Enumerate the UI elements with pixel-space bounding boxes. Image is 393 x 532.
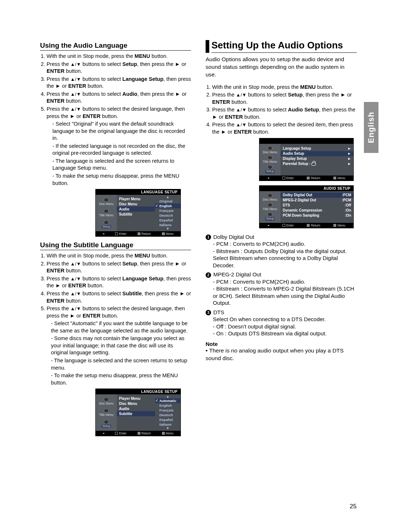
osd-side-icon xyxy=(104,209,109,213)
subtitle-language-steps: With the unit in Stop mode, press the ME… xyxy=(40,252,191,319)
down-triangle-icon: ▼ xyxy=(155,227,180,230)
osd-titlebar: AUDIO SETUP xyxy=(259,186,353,191)
note-heading: Note xyxy=(206,341,357,347)
subtitle-language-heading: Using the Subtitle Language xyxy=(40,241,191,250)
right-arrow-icon: ► xyxy=(70,313,75,319)
osd-option: Italiano xyxy=(155,422,180,427)
right-arrow-icon: ► xyxy=(348,151,351,155)
osd-foot-item: Return xyxy=(138,232,151,236)
osd-side-icon xyxy=(104,397,109,402)
right-arrow-icon: ► xyxy=(221,129,226,135)
right-arrow-icon: ► xyxy=(212,114,217,120)
osd-sidebar: Disc MenuTitle MenuSetup xyxy=(96,394,117,431)
osd-option: Deutsch xyxy=(155,413,180,417)
step-item: Press the ▲/▼ buttons to select Language… xyxy=(47,76,191,90)
osd-side-icon xyxy=(104,220,109,225)
osd-foot-icon xyxy=(115,432,118,435)
osd-titlebar: LANGUAGE SETUP xyxy=(96,389,180,394)
osd-setup-main: Disc MenuTitle MenuSetupLanguage Setup►A… xyxy=(259,138,354,181)
osd-side-icon xyxy=(104,420,109,424)
osd-side-item: Setup xyxy=(265,164,275,174)
osd-options-list: ▲OriginalEnglishFrançaisDeutschEspañolIt… xyxy=(155,195,180,231)
osd-value: :On xyxy=(343,213,351,217)
osd-foot-dots: ▪▪ xyxy=(267,176,269,180)
osd-option: Français xyxy=(155,408,180,413)
audio-options-intro: Audio Options allows you to setup the au… xyxy=(206,56,357,79)
osd-menu-list: Dolby Digital Out:PCMMPEG-2 Digital Out:… xyxy=(281,191,353,223)
note-item: To make the setup menu disappear, press … xyxy=(51,372,191,386)
up-triangle-icon: ▲ xyxy=(155,395,180,398)
audio-options-detail: 1 Dolby Digital OutPCM : Converts to PCM… xyxy=(206,233,357,337)
osd-side-icon xyxy=(104,409,109,413)
option-line: Bitstream : Outputs Dolby Digital via th… xyxy=(213,248,357,269)
osd-menu-row: Audio xyxy=(117,406,155,411)
step-item: With the unit in Stop mode, press the ME… xyxy=(47,252,191,260)
right-arrow-icon: ► xyxy=(341,92,346,98)
option-item: 1 Dolby Digital OutPCM : Converts to PCM… xyxy=(206,233,357,269)
osd-side-icon xyxy=(267,146,273,150)
option-line: Off : Doesn't output digital signal. xyxy=(213,323,357,330)
osd-value: :On xyxy=(343,208,351,212)
osd-setup-main-wrap: Disc MenuTitle MenuSetupLanguage Setup►A… xyxy=(206,138,354,181)
language-side-tab: English xyxy=(364,102,378,153)
step-item: Press the ▲/▼ buttons to select Subtitle… xyxy=(47,290,191,304)
audio-options-heading-wrap: Setting Up the Audio Options xyxy=(206,40,357,53)
osd-menu-row: MPEG-2 Digital Out:PCM xyxy=(281,198,353,203)
right-column: Setting Up the Audio Options Audio Optio… xyxy=(206,40,357,441)
osd-foot-icon xyxy=(282,177,285,180)
osd-foot-dots: ▪▪ xyxy=(267,224,269,227)
osd-foot-icon xyxy=(333,177,336,180)
step-item: Press the ▲/▼ buttons to select Setup, t… xyxy=(212,91,357,106)
osd-foot-icon xyxy=(162,432,165,435)
osd-side-item: Title Menu xyxy=(263,155,277,164)
right-arrow-icon: ► xyxy=(175,261,180,267)
step-item: Press the ▲/▼ buttons to select Setup, t… xyxy=(47,61,191,75)
updown-arrows-icon: ▲/▼ xyxy=(70,62,81,67)
osd-foot-item: Menu xyxy=(162,431,174,435)
option-line: PCM : Converts to PCM(2CH) audio. xyxy=(213,278,357,285)
step-item: Press the ▲/▼ buttons to select the desi… xyxy=(212,121,357,135)
number-circle-icon: 3 xyxy=(206,310,211,315)
updown-arrows-icon: ▲/▼ xyxy=(236,107,246,113)
osd-side-item: Disc Menu xyxy=(263,193,277,202)
page-number: 25 xyxy=(350,503,357,510)
number-circle-icon: 2 xyxy=(206,272,211,278)
osd-audio-setup-wrap: AUDIO SETUPDisc MenuTitle MenuSetupDolby… xyxy=(206,185,354,228)
osd-foot-icon xyxy=(162,232,165,235)
option-line: PCM : Converts to PCM(2CH) audio. xyxy=(213,240,357,248)
osd-menu-row: Disc Menu xyxy=(117,401,155,406)
osd-foot-icon xyxy=(282,224,285,227)
osd-side-item: Title Menu xyxy=(263,202,277,212)
up-triangle-icon: ▲ xyxy=(155,196,180,199)
osd-side-icon xyxy=(267,165,273,169)
osd-language-audio: LANGUAGE SETUPDisc MenuTitle MenuSetupPl… xyxy=(95,189,181,237)
number-circle-icon: 1 xyxy=(206,235,211,240)
osd-side-item: Setup xyxy=(102,419,111,429)
osd-foot-dots: ▪▪ xyxy=(103,232,104,236)
updown-arrows-icon: ▲/▼ xyxy=(70,261,81,267)
audio-language-steps: With the unit in Stop mode, press the ME… xyxy=(40,53,191,120)
osd-titlebar xyxy=(259,138,353,144)
heading-bar-icon xyxy=(206,40,209,53)
osd-language-audio-wrap: LANGUAGE SETUPDisc MenuTitle MenuSetupPl… xyxy=(40,189,188,237)
left-column: Using the Audio Language With the unit i… xyxy=(40,40,191,441)
osd-foot-icon xyxy=(115,232,118,235)
osd-value: :PCM xyxy=(340,198,351,202)
osd-foot-item: Enter xyxy=(115,431,126,435)
osd-option: Original xyxy=(155,199,180,204)
note-item: The language is selected and the screen … xyxy=(51,357,191,371)
step-item: Press the ▲/▼ buttons to select Audio Se… xyxy=(212,106,357,121)
osd-foot-dots: ▪▪ xyxy=(103,431,104,435)
osd-foot-item: Menu xyxy=(333,176,345,180)
osd-value: :Off xyxy=(342,203,351,207)
audio-language-heading: Using the Audio Language xyxy=(40,42,191,51)
language-side-tab-text: English xyxy=(366,112,376,143)
note-item: Some discs may not contain the language … xyxy=(51,335,191,356)
osd-language-subtitle: LANGUAGE SETUPDisc MenuTitle MenuSetupPl… xyxy=(95,389,181,436)
osd-side-icon xyxy=(267,193,273,198)
osd-audio-setup: AUDIO SETUPDisc MenuTitle MenuSetupDolby… xyxy=(259,185,354,228)
osd-option: Español xyxy=(155,218,180,222)
osd-menu-row: Disc Menu xyxy=(117,201,155,206)
audio-options-steps: With the unit in Stop mode, press the ME… xyxy=(206,84,357,136)
subtitle-language-notes: Select "Automatic" if you want the subti… xyxy=(40,320,191,386)
